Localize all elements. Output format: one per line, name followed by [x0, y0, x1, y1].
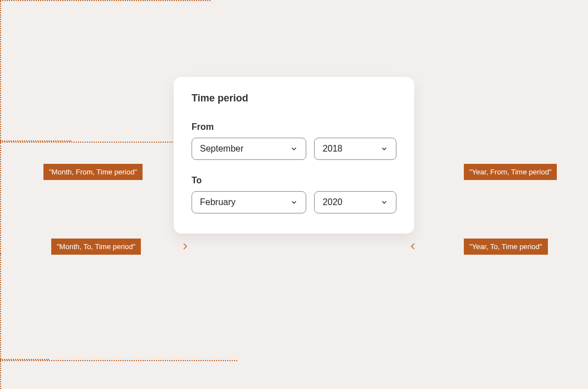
from-label: From: [192, 122, 396, 132]
annotation-month-from: "Month, From, Time period": [43, 164, 143, 180]
from-year-select[interactable]: 2018: [314, 138, 396, 160]
arrow-left-icon: [410, 243, 416, 250]
annotation-month-to: "Month, To, Time period": [51, 239, 141, 255]
from-month-select[interactable]: September: [192, 138, 306, 160]
annotation-year-to: "Year, To, Time period": [464, 239, 548, 255]
to-year-select[interactable]: 2020: [314, 191, 396, 213]
arrow-right-icon: [182, 243, 188, 250]
chevron-down-icon: [380, 198, 388, 206]
to-month-value: February: [200, 197, 236, 207]
chevron-down-icon: [380, 145, 388, 153]
from-month-value: September: [200, 144, 243, 154]
chevron-down-icon: [290, 145, 298, 153]
chevron-down-icon: [290, 198, 298, 206]
annotation-year-from: "Year, From, Time period": [464, 164, 557, 180]
title-dotted-right-down: [0, 1, 1, 140]
to-year-value: 2020: [322, 197, 342, 207]
card-title: Time period: [192, 93, 396, 104]
from-select-row: September 2018: [192, 138, 396, 160]
from-label-left-down: [0, 143, 1, 254]
title-dotted-line-right: [0, 0, 210, 1]
from-field-group: From September 2018: [192, 122, 396, 160]
time-period-card: Time period From September 2018 To Febru…: [174, 77, 414, 234]
from-year-value: 2018: [322, 144, 342, 154]
to-month-select[interactable]: February: [192, 191, 306, 213]
from-label-right-down: [0, 254, 1, 359]
to-field-group: To February 2020: [192, 176, 396, 213]
to-select-row: February 2020: [192, 191, 396, 213]
to-label-dotted-right: [0, 360, 237, 361]
to-label: To: [192, 176, 396, 186]
to-label-left-down: [0, 361, 1, 389]
